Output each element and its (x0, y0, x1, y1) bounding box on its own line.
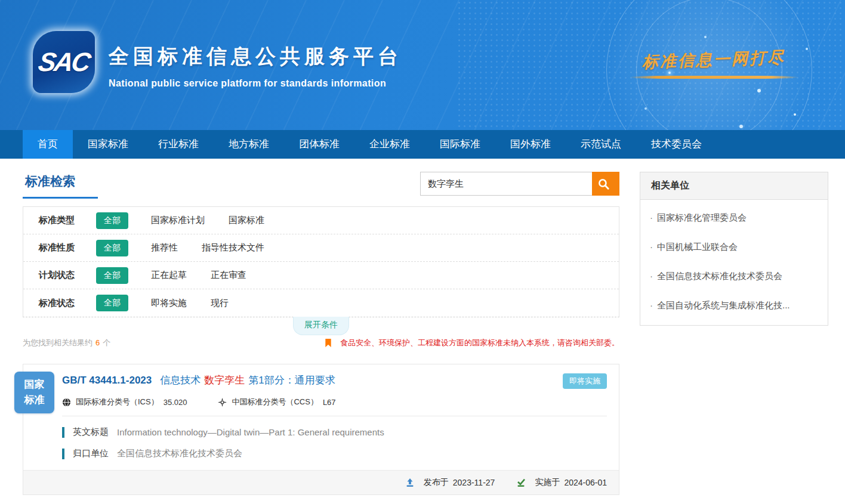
standard-title-part2: 第1部分：通用要求 (248, 375, 335, 386)
ics-label: 国际标准分类号（ICS） (76, 397, 159, 407)
classification-row: 国际标准分类号（ICS） 35.020 中国标准分类号（CCS） L67 (23, 389, 619, 416)
result-count: 为您找到相关结果约6个 (23, 338, 110, 348)
standard-type-badge-line2: 标准 (14, 392, 54, 408)
site-header: SAC 全国标准信息公共服务平台 National public service… (0, 0, 845, 130)
related-units-list: ·国家标准化管理委员会 ·中国机械工业联合会 ·全国信息技术标准化技术委员会 ·… (640, 200, 828, 325)
search-icon (597, 178, 610, 190)
nav-item-foreign-standards[interactable]: 国外标准 (495, 130, 566, 159)
filter-option[interactable]: 正在起草 (151, 270, 187, 281)
filter-option[interactable]: 国家标准计划 (151, 215, 205, 226)
standard-title-link[interactable]: GB/T 43441.1-2023信息技术数字孪生第1部分：通用要求 (62, 373, 335, 387)
related-unit-link[interactable]: ·中国机械工业联合会 (640, 233, 828, 262)
field-bar-decoration (62, 449, 64, 459)
results-info-row: 为您找到相关结果约6个 食品安全、环境保护、工程建设方面的国家标准未纳入本系统，… (23, 338, 619, 348)
main-content: 标准检索 标准类型 全部 国家标准计划 国家标准 (0, 159, 845, 495)
slogan-underline-decoration (629, 76, 799, 79)
published-label: 发布于 (424, 477, 449, 488)
nav-item-international-standards[interactable]: 国际标准 (425, 130, 495, 159)
filter-option[interactable]: 现行 (211, 298, 229, 309)
card-divider (62, 416, 607, 416)
card-footer: 发布于 2023-11-27 实施于 2024-06-01 (23, 470, 619, 494)
standard-result-card: 国家 标准 GB/T 43441.1-2023信息技术数字孪生第1部分：通用要求… (23, 364, 619, 495)
search-results-column: 标准检索 标准类型 全部 国家标准计划 国家标准 (23, 172, 619, 495)
committee-label: 归口单位 (73, 448, 109, 459)
filter-label: 标准状态 (39, 298, 96, 309)
filter-label: 标准性质 (39, 242, 96, 253)
sac-logo[interactable]: SAC (33, 31, 95, 93)
filter-all-button[interactable]: 全部 (96, 295, 128, 311)
ics-value: 35.020 (164, 398, 187, 407)
nav-item-industry-standards[interactable]: 行业标准 (143, 130, 214, 159)
search-button[interactable] (592, 172, 619, 196)
implemented-date: 2024-06-01 (564, 478, 607, 487)
implemented-label: 实施于 (535, 477, 560, 488)
standard-code: GB/T 43441.1-2023 (62, 375, 152, 386)
exclusion-notice: 食品安全、环境保护、工程建设方面的国家标准未纳入本系统，请咨询相关部委。 (325, 338, 619, 348)
site-title-chinese: 全国标准信息公共服务平台 (109, 43, 402, 70)
nav-item-national-standards[interactable]: 国家标准 (73, 130, 143, 159)
filter-label: 计划状态 (39, 270, 96, 281)
filter-option[interactable]: 正在审查 (211, 270, 246, 281)
compass-icon (218, 398, 227, 407)
filter-panel: 标准类型 全部 国家标准计划 国家标准 标准性质 全部 推荐性 指导性技术文件 … (23, 206, 619, 317)
related-unit-label: 全国自动化系统与集成标准化技... (657, 300, 790, 310)
filter-option[interactable]: 即将实施 (151, 298, 187, 309)
nav-item-home[interactable]: 首页 (23, 130, 73, 159)
bullet-decoration: · (650, 212, 653, 222)
filter-label: 标准类型 (39, 215, 96, 226)
related-unit-label: 国家标准化管理委员会 (657, 212, 747, 222)
english-title-label: 英文标题 (73, 426, 109, 438)
related-unit-label: 全国信息技术标准化技术委员会 (657, 271, 782, 281)
sac-logo-text: SAC (36, 47, 92, 77)
committee-value: 全国信息技术标准化技术委员会 (117, 448, 242, 459)
exclusion-notice-text: 食品安全、环境保护、工程建设方面的国家标准未纳入本系统，请咨询相关部委。 (340, 338, 619, 348)
filter-all-button[interactable]: 全部 (96, 212, 128, 229)
implement-check-icon (516, 478, 526, 487)
standard-type-badge-line1: 国家 (14, 377, 54, 392)
related-unit-link[interactable]: ·全国自动化系统与集成标准化技... (640, 291, 828, 320)
filter-all-button[interactable]: 全部 (96, 267, 128, 284)
ccs-label: 中国标准分类号（CCS） (232, 397, 317, 407)
related-unit-link[interactable]: ·国家标准化管理委员会 (640, 203, 828, 233)
standard-title-part1: 信息技术 (160, 375, 201, 386)
related-units-title: 相关单位 (640, 172, 828, 200)
globe-icon (62, 398, 71, 407)
filter-option[interactable]: 国家标准 (229, 215, 264, 226)
main-navigation: 首页 国家标准 行业标准 地方标准 团体标准 企业标准 国际标准 国外标准 示范… (0, 130, 845, 159)
sidebar-column: 相关单位 ·国家标准化管理委员会 ·中国机械工业联合会 ·全国信息技术标准化技术… (640, 172, 828, 495)
slogan-block: 标准信息一网打尽 (624, 49, 803, 79)
site-title-english: National public service platform for sta… (109, 78, 402, 89)
status-badge: 即将实施 (563, 373, 607, 389)
related-unit-label: 中国机械工业联合会 (657, 242, 738, 252)
search-box (420, 172, 619, 196)
search-section-header: 标准检索 (23, 172, 619, 206)
standard-title-highlight: 数字孪生 (204, 375, 245, 386)
filter-all-button[interactable]: 全部 (96, 240, 128, 256)
implemented-date-item: 实施于 2024-06-01 (516, 477, 607, 488)
nav-item-pilot-demo[interactable]: 示范试点 (566, 130, 636, 159)
expand-conditions-button[interactable]: 展开条件 (293, 317, 349, 335)
nav-item-group-standards[interactable]: 团体标准 (284, 130, 354, 159)
english-title-field: 英文标题 Information technology—Digital twin… (62, 426, 607, 438)
filter-option[interactable]: 推荐性 (151, 242, 178, 253)
bookmark-icon (325, 339, 332, 348)
bullet-decoration: · (650, 300, 653, 310)
filter-row-standard-nature: 标准性质 全部 推荐性 指导性技术文件 (23, 234, 619, 262)
result-count-prefix: 为您找到相关结果约 (23, 338, 92, 347)
filter-row-standard-type: 标准类型 全部 国家标准计划 国家标准 (23, 207, 619, 234)
nav-item-enterprise-standards[interactable]: 企业标准 (354, 130, 425, 159)
search-input[interactable] (420, 172, 592, 196)
bullet-decoration: · (650, 271, 653, 281)
result-count-number: 6 (95, 338, 100, 347)
committee-field: 归口单位 全国信息技术标准化技术委员会 (62, 448, 607, 459)
nav-item-technical-committees[interactable]: 技术委员会 (636, 130, 717, 159)
filter-row-plan-status: 计划状态 全部 正在起草 正在审查 (23, 262, 619, 289)
related-unit-link[interactable]: ·全国信息技术标准化技术委员会 (640, 262, 828, 291)
ccs-value: L67 (323, 398, 336, 407)
result-count-suffix: 个 (103, 338, 110, 347)
publish-upload-icon (405, 478, 415, 487)
filter-option[interactable]: 指导性技术文件 (202, 242, 264, 253)
card-title-row: GB/T 43441.1-2023信息技术数字孪生第1部分：通用要求 即将实施 (23, 364, 619, 389)
field-bar-decoration (62, 427, 64, 438)
nav-item-local-standards[interactable]: 地方标准 (214, 130, 284, 159)
